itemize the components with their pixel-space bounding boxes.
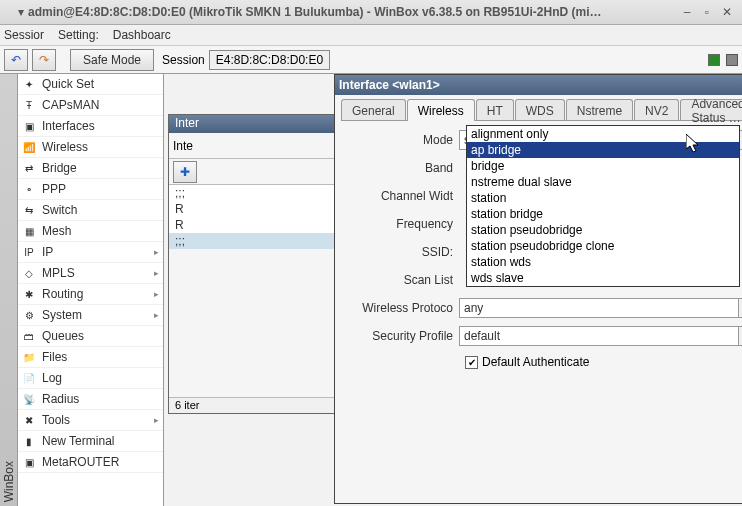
redo-button[interactable]: ↷ xyxy=(32,49,56,71)
sidebar-item-log[interactable]: 📄Log xyxy=(18,368,163,389)
scan-list-label: Scan List xyxy=(341,273,459,287)
window-title: admin@E4:8D:8C:D8:D0:E0 (MikroTik SMKN 1… xyxy=(28,5,674,19)
sidebar-item-tools[interactable]: ✖Tools▸ xyxy=(18,410,163,431)
tab-advanced-status-[interactable]: Advanced Status … xyxy=(680,99,742,120)
sidebar-item-radius[interactable]: 📡Radius xyxy=(18,389,163,410)
mode-option-station-pseudobridge-clone[interactable]: station pseudobridge clone xyxy=(467,238,739,254)
security-profile-dropdown[interactable]: default ▾ xyxy=(459,326,742,346)
menu-dashboard[interactable]: Dashboarc xyxy=(113,28,171,42)
default-authenticate-checkbox[interactable]: ✔ xyxy=(465,356,478,369)
submenu-arrow-icon: ▸ xyxy=(154,310,159,320)
sidebar-item-label: Queues xyxy=(42,329,84,343)
interface-window-titlebar: Interface <wlan1> ▫ ✕ xyxy=(335,75,742,95)
chevron-down-icon[interactable]: ▾ xyxy=(738,327,742,345)
mode-dropdown-list[interactable]: alignment onlyap bridgebridgenstreme dua… xyxy=(466,125,740,287)
sidebar-item-files[interactable]: 📁Files xyxy=(18,347,163,368)
sidebar-item-mpls[interactable]: ◇MPLS▸ xyxy=(18,263,163,284)
sidebar-item-system[interactable]: ⚙System▸ xyxy=(18,305,163,326)
sidebar-item-label: MPLS xyxy=(42,266,75,280)
tab-nv2[interactable]: NV2 xyxy=(634,99,679,120)
status-indicator-gray xyxy=(726,54,738,66)
sidebar-item-metarouter[interactable]: ▣MetaROUTER xyxy=(18,452,163,473)
menu-session[interactable]: Sessior xyxy=(4,28,44,42)
files-icon: 📁 xyxy=(22,350,36,364)
mode-option-bridge[interactable]: bridge xyxy=(467,158,739,174)
default-authenticate-label: Default Authenticate xyxy=(482,355,589,369)
sidebar-item-routing[interactable]: ✱Routing▸ xyxy=(18,284,163,305)
tab-wireless[interactable]: Wireless xyxy=(407,99,475,120)
sidebar-item-label: Files xyxy=(42,350,67,364)
sidebar-item-label: Switch xyxy=(42,203,77,217)
sidebar-item-new-terminal[interactable]: ▮New Terminal xyxy=(18,431,163,452)
interface-window-title: Interface <wlan1> xyxy=(339,78,742,92)
submenu-arrow-icon: ▸ xyxy=(154,415,159,425)
mode-option-ap-bridge[interactable]: ap bridge xyxy=(467,142,739,158)
frequency-label: Frequency xyxy=(341,217,459,231)
mode-option-wds-slave[interactable]: wds slave xyxy=(467,270,739,286)
wireless-icon: 📶 xyxy=(22,140,36,154)
main-area: WinBox ✦Quick SetŦCAPsMAN▣Interfaces📶Wir… xyxy=(0,74,742,506)
tab-general[interactable]: General xyxy=(341,99,406,120)
tab-wds[interactable]: WDS xyxy=(515,99,565,120)
chevron-down-icon[interactable]: ▾ xyxy=(738,299,742,317)
interface-list-label: Inte xyxy=(173,139,193,153)
title-bar: ▾ admin@E4:8D:8C:D8:D0:E0 (MikroTik SMKN… xyxy=(0,0,742,25)
sidebar-item-mesh[interactable]: ▦Mesh xyxy=(18,221,163,242)
ppp-icon: ⚬ xyxy=(22,182,36,196)
mode-option-nstreme-dual-slave[interactable]: nstreme dual slave xyxy=(467,174,739,190)
left-vertical-bar: WinBox xyxy=(0,74,18,506)
log-icon: 📄 xyxy=(22,371,36,385)
mode-label: Mode xyxy=(341,133,459,147)
quick-set-icon: ✦ xyxy=(22,77,36,91)
submenu-arrow-icon: ▸ xyxy=(154,247,159,257)
undo-button[interactable]: ↶ xyxy=(4,49,28,71)
menu-bar: Sessior Setting: Dashboarc xyxy=(0,25,742,46)
switch-icon: ⇆ xyxy=(22,203,36,217)
sidebar-item-label: Log xyxy=(42,371,62,385)
new-terminal-icon: ▮ xyxy=(22,434,36,448)
mode-option-alignment-only[interactable]: alignment only xyxy=(467,126,739,142)
sidebar-item-capsman[interactable]: ŦCAPsMAN xyxy=(18,95,163,116)
interfaces-icon: ▣ xyxy=(22,119,36,133)
sidebar-item-ip[interactable]: IPIP▸ xyxy=(18,242,163,263)
status-indicator-green xyxy=(708,54,720,66)
sidebar-item-label: Wireless xyxy=(42,140,88,154)
sidebar-item-wireless[interactable]: 📶Wireless xyxy=(18,137,163,158)
sidebar-item-queues[interactable]: 🗃Queues xyxy=(18,326,163,347)
maximize-button[interactable]: ▫ xyxy=(700,5,714,19)
content-area: Inter Inte ✚ ;;;RR;;; 6 iter ▫ ✕ ▾ 512 8… xyxy=(164,74,742,506)
sidebar-item-label: Interfaces xyxy=(42,119,95,133)
sidebar-item-bridge[interactable]: ⇄Bridge xyxy=(18,158,163,179)
sidebar-item-switch[interactable]: ⇆Switch xyxy=(18,200,163,221)
down-arrow-icon: ▾ xyxy=(14,5,28,19)
sidebar-item-label: Quick Set xyxy=(42,77,94,91)
submenu-arrow-icon: ▸ xyxy=(154,268,159,278)
safe-mode-button[interactable]: Safe Mode xyxy=(70,49,154,71)
tab-nstreme[interactable]: Nstreme xyxy=(566,99,633,120)
sidebar-item-label: Routing xyxy=(42,287,83,301)
mode-option-station[interactable]: station xyxy=(467,190,739,206)
wireless-protocol-value: any xyxy=(464,301,483,315)
mode-option-station-pseudobridge[interactable]: station pseudobridge xyxy=(467,222,739,238)
system-icon: ⚙ xyxy=(22,308,36,322)
mode-option-station-wds[interactable]: station wds xyxy=(467,254,739,270)
tools-icon: ✖ xyxy=(22,413,36,427)
routing-icon: ✱ xyxy=(22,287,36,301)
sidebar-item-quick-set[interactable]: ✦Quick Set xyxy=(18,74,163,95)
minimize-button[interactable]: – xyxy=(680,5,694,19)
queues-icon: 🗃 xyxy=(22,329,36,343)
tab-ht[interactable]: HT xyxy=(476,99,514,120)
add-button[interactable]: ✚ xyxy=(173,161,197,183)
sidebar-item-label: IP xyxy=(42,245,53,259)
sidebar: ✦Quick SetŦCAPsMAN▣Interfaces📶Wireless⇄B… xyxy=(18,74,164,506)
sidebar-item-label: New Terminal xyxy=(42,434,114,448)
mode-option-station-bridge[interactable]: station bridge xyxy=(467,206,739,222)
close-button[interactable]: ✕ xyxy=(720,5,734,19)
menu-settings[interactable]: Setting: xyxy=(58,28,99,42)
wireless-protocol-dropdown[interactable]: any ▾ xyxy=(459,298,742,318)
sidebar-item-ppp[interactable]: ⚬PPP xyxy=(18,179,163,200)
sidebar-item-interfaces[interactable]: ▣Interfaces xyxy=(18,116,163,137)
capsman-icon: Ŧ xyxy=(22,98,36,112)
bridge-icon: ⇄ xyxy=(22,161,36,175)
ip-icon: IP xyxy=(22,245,36,259)
